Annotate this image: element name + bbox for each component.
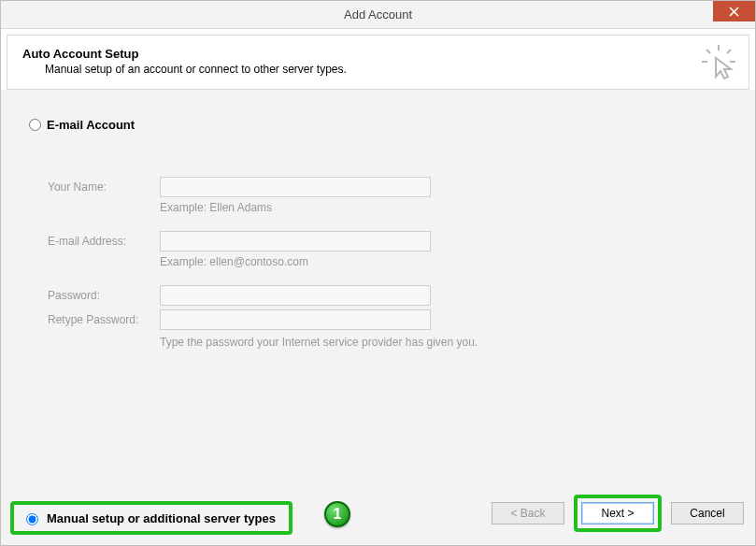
window-title: Add Account [344, 7, 412, 22]
wizard-body: E-mail Account Your Name: Example: Ellen… [1, 90, 755, 545]
wizard-subtitle: Manual setup of an account or connect to… [45, 63, 734, 76]
radio-email-label: E-mail Account [47, 118, 135, 132]
wizard-header: Auto Account Setup Manual setup of an ac… [7, 35, 749, 90]
your-name-label: Your Name: [48, 180, 160, 194]
next-button[interactable]: Next > [581, 502, 654, 524]
email-address-label: E-mail Address: [48, 235, 160, 248]
back-button: < Back [492, 502, 564, 524]
password-label: Password: [48, 289, 160, 302]
radio-manual-setup[interactable] [26, 513, 38, 525]
radio-email-account[interactable] [29, 119, 41, 131]
wizard-buttons: < Back Next > Cancel [492, 495, 744, 532]
close-icon [729, 7, 739, 17]
add-account-dialog: Add Account Auto Account Setup Manual se… [0, 0, 756, 546]
email-form: Your Name: Example: Ellen Adams E-mail A… [48, 177, 748, 349]
next-button-highlight: Next > [574, 495, 662, 532]
close-button[interactable] [713, 1, 755, 22]
your-name-input [160, 177, 431, 197]
radio-option-manual-highlight: Manual setup or additional server types [10, 501, 292, 535]
radio-manual-label: Manual setup or additional server types [47, 511, 276, 525]
retype-password-label: Retype Password: [48, 313, 160, 326]
password-hint: Type the password your Internet service … [160, 336, 748, 349]
wizard-title: Auto Account Setup [22, 47, 734, 61]
retype-password-input [160, 309, 431, 330]
email-address-hint: Example: ellen@contoso.com [160, 255, 748, 268]
password-input [160, 285, 431, 306]
cancel-button[interactable]: Cancel [671, 502, 744, 524]
titlebar: Add Account [1, 1, 755, 29]
email-address-input [160, 231, 431, 251]
your-name-hint: Example: Ellen Adams [160, 201, 748, 214]
radio-option-email[interactable]: E-mail Account [8, 90, 748, 132]
click-cursor-icon [702, 45, 735, 84]
annotation-marker-1: 1 [324, 501, 350, 527]
